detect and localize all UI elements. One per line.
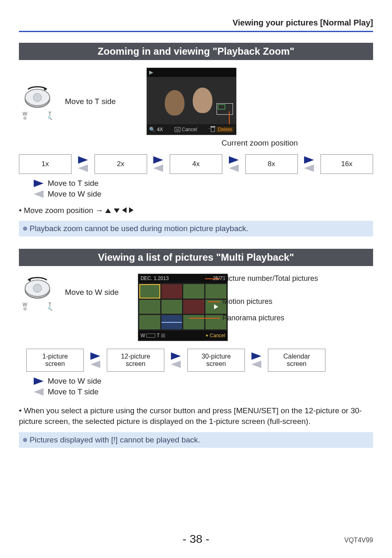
zoom-level-1x: 1x: [19, 154, 71, 174]
screen-calendar: Calendarscreen: [268, 349, 325, 372]
zoom-position-caption: Current zoom position: [146, 139, 373, 148]
screen-arrows: [168, 351, 183, 369]
arrow-right-icon: [34, 180, 44, 187]
multi-legend: Move to W side Move to T side: [34, 377, 373, 396]
magnifier-icon: 🔍: [149, 127, 155, 132]
thumbnail[interactable]: [205, 284, 226, 299]
svg-point-7: [33, 284, 42, 292]
section1-title: Zooming in and viewing "Playback Zoom": [19, 43, 373, 60]
move-zoom-instruction: • Move zoom position →: [19, 206, 373, 215]
mode-icon: ▶: [149, 69, 153, 75]
note-playback-zoom: Playback zoom cannot be used during moti…: [19, 221, 373, 236]
zoom-level-2x: 2x: [95, 154, 147, 174]
page-header: Viewing your pictures [Normal Play]: [19, 18, 373, 28]
bullet-icon: [23, 438, 27, 442]
select-icon: ✦: [205, 333, 209, 338]
bullet-icon: [23, 227, 27, 231]
arrow-right-icon: [34, 377, 44, 385]
panorama-icon: [161, 322, 182, 323]
body-instruction: • When you select a picture using the cu…: [19, 405, 373, 426]
thumbnail[interactable]: [139, 300, 160, 314]
multi-playback-preview: DEC. 1.2013 25/75: [138, 273, 228, 341]
cancel-control[interactable]: ✦ Cancel: [205, 333, 225, 338]
multi-dial: W⊟ T🔍: [19, 273, 56, 311]
dial-w-label: W⊟: [23, 302, 27, 311]
thumbnail[interactable]: [139, 315, 160, 329]
dial-w-label: W⊟: [23, 111, 27, 120]
delete-control[interactable]: ' Delete: [209, 127, 234, 132]
zoom-arrows: [76, 155, 90, 173]
callout-panorama-pictures: Panorama pictures: [222, 314, 284, 322]
thumbnail[interactable]: [161, 284, 182, 299]
arrow-left-icon: [34, 190, 44, 198]
dial-t-label: T🔍: [48, 302, 52, 311]
thumbnail[interactable]: [183, 315, 204, 329]
zoom-arrows: [302, 155, 316, 173]
dial-t-label: T🔍: [48, 111, 52, 120]
arrow-left-icon: [34, 388, 44, 396]
zoom-levels-row: 1x 2x 4x 8x 16x: [19, 154, 373, 174]
preview-date: DEC. 1.2013: [141, 276, 169, 281]
dial-icon: [23, 83, 52, 111]
screen-12-picture: 12-picturescreen: [107, 349, 164, 372]
thumbnail[interactable]: [161, 300, 182, 314]
zoom-legend: Move to T side Move to W side: [34, 179, 373, 199]
legend-w: Move to W side: [48, 377, 101, 386]
dial-instruction: Move to W side: [65, 288, 119, 297]
header-rule: [19, 31, 373, 32]
playback-preview: ▶ 🔍 4X Cancel ' De: [146, 67, 237, 135]
screen-arrows: [249, 351, 264, 369]
callout-motion-pictures: Motion pictures: [222, 297, 272, 306]
svg-point-3: [33, 93, 42, 102]
cancel-icon: [175, 127, 180, 132]
thumbnail[interactable]: [183, 284, 204, 299]
screen-arrows: [88, 351, 103, 369]
screen-modes-row: 1-picturescreen 12-picturescreen 30-pict…: [26, 349, 373, 372]
thumbnail[interactable]: [139, 284, 160, 299]
section2-title: Viewing a list of pictures "Multi Playba…: [19, 249, 373, 266]
note-not-playable: Pictures displayed with [!] cannot be pl…: [19, 432, 373, 448]
trash-icon: [211, 127, 215, 132]
screen-30-picture: 30-picturescreen: [187, 349, 245, 372]
cancel-control[interactable]: Cancel: [175, 127, 197, 132]
document-id: VQT4V99: [344, 537, 373, 544]
zoom-position-indicator: [217, 103, 233, 115]
dial-icon: [23, 273, 52, 302]
bottom-t: T: [157, 333, 159, 338]
bottom-w: W: [141, 333, 145, 338]
zoom-level-8x: 8x: [245, 154, 298, 174]
cancel-label: Cancel: [182, 127, 197, 132]
zoom-ratio: 4X: [157, 127, 163, 132]
thumbnail[interactable]: [183, 300, 204, 314]
zoom-level-4x: 4x: [170, 154, 222, 174]
zoom-level-16x: 16x: [321, 154, 373, 174]
zoom-arrows: [226, 155, 241, 173]
thumbnail-panorama[interactable]: [161, 315, 182, 329]
direction-icons: [105, 206, 134, 215]
page-number: - 38 -: [182, 533, 209, 546]
legend-t: Move to T side: [48, 387, 99, 396]
delete-label: Delete: [216, 127, 234, 132]
play-icon: [214, 304, 218, 309]
dial-instruction: Move to T side: [65, 97, 116, 106]
cancel-label: Cancel: [210, 333, 225, 338]
zoom-dial: W⊟ T🔍: [19, 83, 56, 120]
legend-t: Move to T side: [48, 179, 99, 188]
callout-picture-number: Picture number/Total pictures: [222, 274, 318, 283]
zoom-arrows: [151, 155, 166, 173]
screen-1-picture: 1-picturescreen: [26, 349, 84, 372]
legend-w: Move to W side: [48, 190, 101, 199]
